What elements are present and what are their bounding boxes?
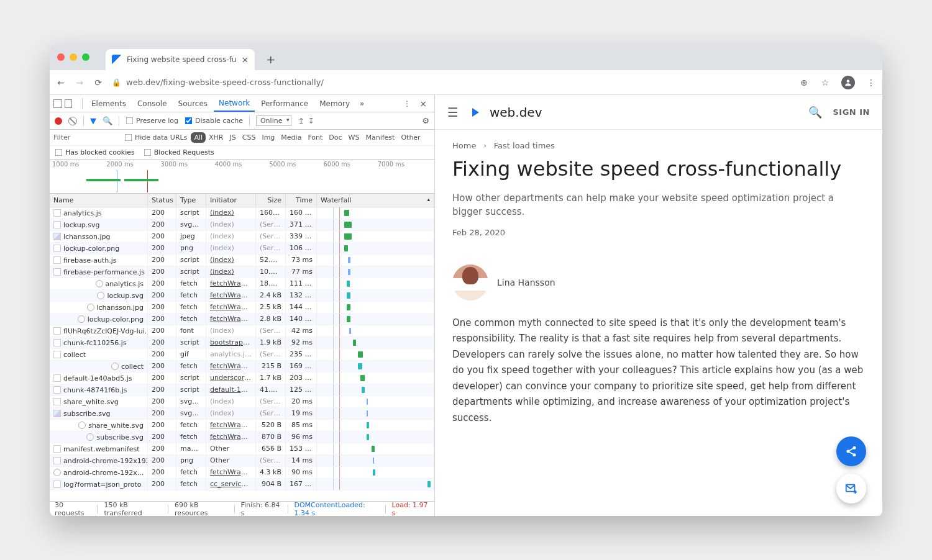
browser-tab[interactable]: Fixing website speed cross-fu × xyxy=(106,49,255,70)
network-row[interactable]: default-1e40abd5.js200scriptunderscore-.… xyxy=(50,373,434,384)
col-time[interactable]: Time xyxy=(286,194,317,207)
bookmark-icon[interactable]: ☆ xyxy=(820,78,830,88)
file-icon xyxy=(86,433,94,441)
network-row[interactable]: share_white.svg200svg+...(index)(Servi..… xyxy=(50,396,434,408)
network-row[interactable]: lockup.svg200svg+...(index)(Servi...371 … xyxy=(50,219,434,231)
close-tab-icon[interactable]: × xyxy=(241,55,249,65)
article-body: One common myth connected to site speed … xyxy=(452,315,865,427)
url-text: web.dev/fixing-website-speed-cross-funct… xyxy=(126,78,324,87)
filter-toggle-icon[interactable]: ▼ xyxy=(90,116,96,125)
network-row[interactable]: lockup.svg200fetchfetchWrapp...2.4 kB132… xyxy=(50,290,434,302)
minimize-window-button[interactable] xyxy=(70,53,77,61)
filter-type-media[interactable]: Media xyxy=(278,132,304,143)
preserve-log-checkbox[interactable]: Preserve log xyxy=(126,117,178,125)
network-row[interactable]: chunk-fc110256.js200scriptbootstrap.js:1… xyxy=(50,337,434,349)
network-row[interactable]: analytics.js200fetchfetchWrapp...18.5 kB… xyxy=(50,278,434,290)
search-icon[interactable]: 🔍 xyxy=(103,116,112,125)
network-row[interactable]: collect200fetchfetchWrapp...215 B169 ms xyxy=(50,361,434,373)
record-button[interactable] xyxy=(55,117,62,125)
hamburger-icon[interactable]: ☰ xyxy=(447,105,459,120)
disable-cache-checkbox[interactable]: Disable cache xyxy=(185,117,243,125)
network-row[interactable]: lockup-color.png200fetchfetchWrapp...2.8… xyxy=(50,314,434,325)
inspect-icon[interactable] xyxy=(53,99,62,108)
filter-type-css[interactable]: CSS xyxy=(239,132,259,143)
filter-type-doc[interactable]: Doc xyxy=(326,132,345,143)
devtools-tab-network[interactable]: Network xyxy=(214,95,255,112)
filter-input[interactable] xyxy=(52,131,121,144)
blocked-cookies-checkbox[interactable]: Has blocked cookies xyxy=(55,148,135,156)
device-toggle-icon[interactable] xyxy=(65,99,72,108)
network-row[interactable]: analytics.js200script(index)160 ms160 ms xyxy=(50,207,434,219)
file-icon xyxy=(53,457,61,464)
network-row[interactable]: android-chrome-192x...200fetchfetchWrapp… xyxy=(50,467,434,479)
timeline-overview[interactable]: 1000 ms2000 ms3000 ms4000 ms5000 ms6000 … xyxy=(50,160,434,194)
network-row[interactable]: subscribe.svg200svg+...(index)(Servi...1… xyxy=(50,408,434,420)
page-search-icon[interactable]: 🔍 xyxy=(808,106,822,119)
url-field[interactable]: 🔒 web.dev/fixing-website-speed-cross-fun… xyxy=(112,78,790,87)
menu-icon[interactable]: ⋮ xyxy=(866,78,876,88)
devtools-tab-sources[interactable]: Sources xyxy=(173,96,212,112)
share-fab[interactable] xyxy=(836,436,866,466)
devtools-tab-memory[interactable]: Memory xyxy=(314,96,355,112)
author-name[interactable]: Lina Hansson xyxy=(497,278,555,287)
devtools-tab-console[interactable]: Console xyxy=(132,96,172,112)
network-row[interactable]: firebase-auth.js200script(index)52.1 kB7… xyxy=(50,255,434,266)
network-row[interactable]: log?format=json_proto200fetchcc_service.… xyxy=(50,479,434,490)
forward-button[interactable]: → xyxy=(75,78,85,88)
filter-type-xhr[interactable]: XHR xyxy=(206,132,226,143)
filter-type-all[interactable]: All xyxy=(191,132,206,143)
col-type[interactable]: Type xyxy=(176,194,206,207)
download-har-icon[interactable]: ↧ xyxy=(308,117,314,125)
devtools-close-icon[interactable]: × xyxy=(416,99,431,109)
network-row[interactable]: lchansson.jpg200jpeg(index)(Servi...339 … xyxy=(50,231,434,243)
maximize-window-button[interactable] xyxy=(82,53,89,61)
col-initiator[interactable]: Initiator xyxy=(206,194,256,207)
filter-type-other[interactable]: Other xyxy=(398,132,423,143)
new-tab-button[interactable]: + xyxy=(266,53,275,66)
blocked-requests-checkbox[interactable]: Blocked Requests xyxy=(144,148,214,156)
network-row[interactable]: flUhRq6tzZclQEJ-Vdg-Iui...200font(index)… xyxy=(50,325,434,337)
filter-type-img[interactable]: Img xyxy=(258,132,278,143)
more-tabs-icon[interactable]: » xyxy=(356,99,368,108)
network-row[interactable]: lchansson.jpg200fetchfetchWrapp...2.5 kB… xyxy=(50,302,434,314)
crumb-home[interactable]: Home xyxy=(452,141,476,150)
col-size[interactable]: Size xyxy=(256,194,286,207)
profile-icon[interactable] xyxy=(841,76,855,89)
network-row[interactable]: manifest.webmanifest200manif...Other656 … xyxy=(50,443,434,455)
col-waterfall[interactable]: Waterfall xyxy=(317,194,434,207)
subscribe-fab[interactable] xyxy=(836,474,866,504)
network-row[interactable]: share_white.svg200fetchfetchWrapp...520 … xyxy=(50,420,434,431)
traffic-lights xyxy=(57,53,89,61)
settings-icon[interactable]: ⚙ xyxy=(422,116,429,125)
file-icon xyxy=(97,292,104,299)
clear-button[interactable] xyxy=(68,117,77,125)
network-row[interactable]: collect200gifanalytics.js:36(Servi...235… xyxy=(50,349,434,361)
network-row[interactable]: subscribe.svg200fetchfetchWrapp...870 B9… xyxy=(50,431,434,443)
filter-type-font[interactable]: Font xyxy=(304,132,326,143)
network-table-body[interactable]: analytics.js200script(index)160 ms160 ms… xyxy=(50,207,434,501)
network-row[interactable]: lockup-color.png200png(index)(Servi...10… xyxy=(50,243,434,255)
signin-button[interactable]: SIGN IN xyxy=(833,107,870,117)
col-name[interactable]: Name xyxy=(50,194,148,207)
crumb-section[interactable]: Fast load times xyxy=(494,141,555,150)
upload-har-icon[interactable]: ↥ xyxy=(298,117,304,125)
close-window-button[interactable] xyxy=(57,53,65,61)
devtools-tab-elements[interactable]: Elements xyxy=(86,96,131,112)
filter-type-manifest[interactable]: Manifest xyxy=(362,132,398,143)
network-row[interactable]: android-chrome-192x192...200pngOther(Ser… xyxy=(50,455,434,467)
network-row[interactable]: chunk-48741f6b.js200scriptdefault-1e4...… xyxy=(50,384,434,396)
throttle-select[interactable]: Online xyxy=(256,115,291,126)
devtools-tab-performance[interactable]: Performance xyxy=(256,96,313,112)
network-table-header: Name Status Type Initiator Size Time Wat… xyxy=(50,194,434,207)
site-logo[interactable]: web.dev xyxy=(470,105,542,120)
col-status[interactable]: Status xyxy=(148,194,176,207)
hide-data-urls-checkbox[interactable]: Hide data URLs xyxy=(124,133,187,142)
back-button[interactable]: ← xyxy=(56,78,66,88)
filter-type-js[interactable]: JS xyxy=(227,132,239,143)
install-icon[interactable]: ⊕ xyxy=(799,78,809,88)
network-row[interactable]: firebase-performance.js200script(index)1… xyxy=(50,266,434,278)
filter-type-ws[interactable]: WS xyxy=(345,132,363,143)
file-icon xyxy=(53,351,61,358)
devtools-menu-icon[interactable]: ⋮ xyxy=(400,99,414,108)
reload-button[interactable]: ⟳ xyxy=(93,78,103,88)
